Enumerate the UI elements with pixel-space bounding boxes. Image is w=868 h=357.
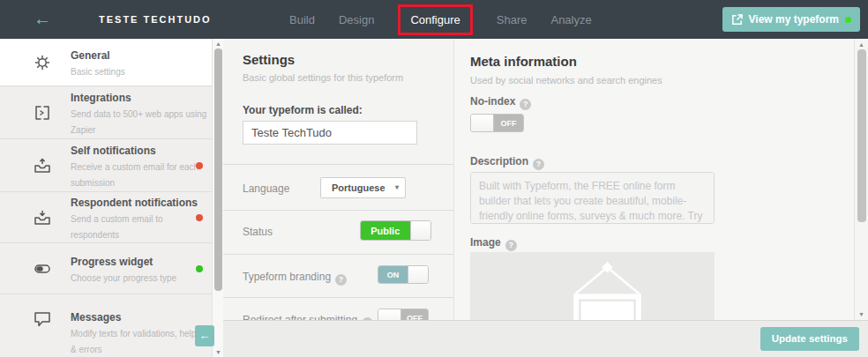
tab-design[interactable]: Design: [339, 13, 374, 26]
sidebar-item-sublabel: Choose your progress type: [71, 273, 176, 283]
sidebar-item-label: General: [71, 49, 110, 62]
divider: [223, 297, 454, 298]
divider: [223, 210, 454, 211]
divider: [223, 254, 454, 255]
slider-icon: [32, 258, 53, 279]
integrations-icon: [32, 102, 53, 123]
main-scrollbar-thumb[interactable]: [857, 49, 866, 222]
noindex-toggle[interactable]: OFF: [470, 114, 524, 132]
divider: [223, 164, 454, 165]
inbox-down-icon: [32, 207, 53, 228]
tab-analyze[interactable]: Analyze: [550, 13, 591, 26]
tab-build[interactable]: Build: [289, 13, 315, 26]
branding-label: Typeform branding?: [243, 271, 347, 286]
topbar: ← TESTE TECHTUDO Build Design Configure …: [0, 0, 868, 39]
sidebar-item-label: Self notifications: [71, 145, 156, 157]
status-toggle[interactable]: Public: [360, 220, 431, 241]
status-toggle-label: Public: [361, 221, 410, 240]
language-label: Language: [243, 182, 289, 195]
noindex-toggle-label: OFF: [494, 115, 523, 131]
toggle-knob: [408, 266, 428, 283]
form-title: TESTE TECHTUDO: [99, 0, 212, 39]
sidebar-item-self-notifications[interactable]: Self notificationsReceive a custom email…: [0, 138, 212, 191]
language-select[interactable]: Portuguese ▾: [320, 177, 406, 198]
help-icon[interactable]: ?: [533, 159, 544, 170]
sidebar-scrollbar: ▲ ▼: [212, 39, 223, 357]
help-icon[interactable]: ?: [505, 240, 517, 251]
language-value: Portuguese: [332, 182, 385, 193]
chevron-down-icon: ▾: [395, 178, 399, 197]
help-icon[interactable]: ?: [335, 274, 347, 286]
inbox-up-icon: [32, 155, 53, 176]
description-label: Description?: [470, 155, 544, 170]
scroll-down-icon[interactable]: ▼: [855, 311, 868, 317]
sidebar-item-integrations[interactable]: IntegrationsSend data to 500+ web apps u…: [0, 86, 212, 138]
status-dot-red: [196, 162, 203, 169]
branding-toggle[interactable]: ON: [378, 265, 429, 284]
meta-subtitle: Used by social networks and search engin…: [470, 75, 662, 86]
noindex-label: No-index?: [470, 95, 531, 110]
update-settings-button[interactable]: Update settings: [760, 327, 859, 351]
status-dot-green: [196, 265, 203, 272]
description-textarea[interactable]: [470, 172, 715, 224]
external-link-icon: [731, 14, 743, 26]
meta-title: Meta information: [470, 54, 577, 69]
tab-share[interactable]: Share: [497, 13, 528, 26]
settings-title: Settings: [243, 52, 295, 67]
sidebar-item-label: Integrations: [71, 92, 131, 104]
live-status-dot: [845, 17, 851, 23]
sidebar-scrollbar-thumb[interactable]: [214, 48, 222, 291]
sidebar-item-sublabel: Basic settings: [71, 67, 125, 77]
settings-sidebar: GeneralBasic settings IntegrationsSend d…: [0, 39, 223, 357]
typeform-name-label: Your typeform is called:: [243, 104, 363, 116]
help-icon[interactable]: ?: [520, 99, 531, 110]
sidebar-item-sublabel: Receive a custom email for each submissi…: [71, 162, 198, 188]
sidebar-collapse-button[interactable]: ←: [195, 325, 214, 346]
sidebar-item-general[interactable]: GeneralBasic settings: [0, 40, 212, 86]
meta-panel: Meta information Used by social networks…: [454, 39, 854, 357]
back-arrow-icon[interactable]: ←: [34, 0, 51, 39]
sidebar-item-label: Respondent notifications: [71, 197, 198, 209]
branding-toggle-label: ON: [378, 266, 408, 283]
view-my-typeform-button[interactable]: View my typeform: [722, 7, 860, 32]
tab-configure[interactable]: Configure: [398, 4, 472, 35]
settings-panel: Settings Basic global settings for this …: [223, 39, 454, 357]
sidebar-item-progress-widget[interactable]: Progress widgetChoose your progress type: [0, 242, 212, 294]
typeform-name-input[interactable]: [243, 121, 417, 145]
gear-icon: [32, 52, 53, 73]
footer-bar: Update settings: [223, 320, 868, 357]
image-label: Image?: [470, 236, 517, 251]
sidebar-item-sublabel: Send a custom email to respondents: [71, 214, 163, 240]
speech-bubble-icon: [32, 309, 53, 330]
sidebar-item-messages[interactable]: MessagesModify texts for validations, he…: [0, 294, 212, 357]
sidebar-item-sublabel: Send data to 500+ web apps using Zapier: [71, 109, 206, 135]
sidebar-item-label: Messages: [71, 311, 121, 324]
status-dot-red: [196, 214, 203, 221]
main-scrollbar: ▲ ▼: [854, 39, 868, 320]
sidebar-item-label: Progress widget: [71, 256, 153, 268]
sidebar-item-respondent-notifications[interactable]: Respondent notificationsSend a custom em…: [0, 191, 212, 242]
scroll-up-icon[interactable]: ▲: [855, 41, 868, 48]
toggle-knob: [410, 221, 430, 240]
main-nav: Build Design Configure Share Analyze: [289, 0, 592, 39]
status-label: Status: [243, 226, 273, 238]
view-my-typeform-label: View my typeform: [749, 13, 839, 26]
settings-subtitle: Basic global settings for this typeform: [243, 72, 403, 83]
sidebar-item-sublabel: Modify texts for validations, helpers & …: [71, 329, 208, 354]
toggle-knob: [471, 115, 494, 131]
